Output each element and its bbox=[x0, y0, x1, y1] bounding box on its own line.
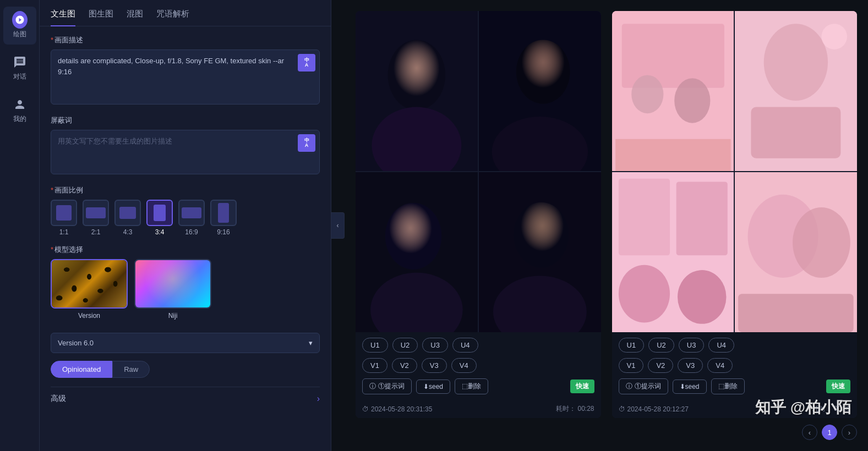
card2-timestamp: ⏱ 2024-05-28 20:12:27 bbox=[619, 405, 689, 413]
card1-v1-button[interactable]: V1 bbox=[362, 358, 387, 373]
model-version-thumb bbox=[51, 259, 128, 309]
model-version[interactable]: Version bbox=[51, 259, 128, 320]
card2-fast-badge: 快速 bbox=[826, 380, 850, 393]
sidebar-item-chat[interactable]: 对话 bbox=[3, 49, 36, 87]
style-opinionated-button[interactable]: Opinionated bbox=[51, 361, 112, 378]
sidebar: 绘图 对话 我的 bbox=[0, 0, 40, 451]
sidebar-item-draw[interactable]: 绘图 bbox=[3, 7, 36, 45]
ratio-grid: 1:1 2:1 4:3 bbox=[51, 200, 320, 236]
draw-icon bbox=[12, 12, 28, 28]
img-cell-2-3 bbox=[612, 172, 734, 332]
left-panel: 文生图 图生图 混图 咒语解析 *画面描述 details are compli… bbox=[40, 0, 331, 451]
pagination: ‹ 1 › bbox=[356, 418, 857, 440]
pagination-next-button[interactable]: › bbox=[842, 425, 857, 440]
card1-fast-badge: 快速 bbox=[570, 380, 594, 393]
card2-duration: 耗时： 00:39 bbox=[812, 404, 850, 414]
card2-v-buttons: V1 V2 V3 V4 bbox=[612, 358, 858, 378]
style-toggle: Opinionated Raw bbox=[51, 361, 320, 378]
prompt-translate-button[interactable]: 中 A bbox=[298, 54, 315, 72]
card1-footer: ⏱ 2024-05-28 20:31:35 耗时： 00:28 bbox=[356, 400, 601, 418]
card1-duration: 耗时： 00:28 bbox=[556, 404, 594, 414]
card1-u1-button[interactable]: U1 bbox=[362, 338, 388, 353]
card2-u1-button[interactable]: U1 bbox=[619, 338, 645, 353]
card1-u-buttons: U1 U2 U3 U4 bbox=[356, 332, 601, 358]
card2-u4-button[interactable]: U4 bbox=[708, 338, 734, 353]
card2-u3-button[interactable]: U3 bbox=[679, 338, 705, 353]
sidebar-item-draw-label: 绘图 bbox=[13, 30, 26, 39]
svg-point-25 bbox=[678, 270, 726, 324]
card1-u2-button[interactable]: U2 bbox=[392, 338, 418, 353]
tab-text2img[interactable]: 文生图 bbox=[51, 9, 75, 26]
version-dropdown[interactable]: Version 6.0 ▾ bbox=[51, 333, 320, 353]
model-niji-name: Niji bbox=[168, 312, 178, 320]
svg-point-20 bbox=[822, 24, 848, 50]
card1-seed-button[interactable]: ⬇seed bbox=[416, 380, 450, 394]
svg-rect-16 bbox=[615, 139, 731, 171]
tab-mix[interactable]: 混图 bbox=[127, 9, 143, 26]
negative-translate-button[interactable]: 中 A bbox=[298, 134, 315, 152]
card2-u-buttons: U1 U2 U3 U4 bbox=[612, 332, 858, 358]
card1-v2-button[interactable]: V2 bbox=[392, 358, 417, 373]
negative-wrapper: 中 A bbox=[51, 130, 320, 177]
model-niji-thumb bbox=[134, 259, 211, 309]
chevron-right-icon: › bbox=[317, 394, 320, 404]
ratio-9-16[interactable]: 9:16 bbox=[210, 200, 237, 236]
card1-u4-button[interactable]: U4 bbox=[452, 338, 478, 353]
card1-v-buttons: V1 V2 V3 V4 bbox=[356, 358, 601, 378]
images-grid: U1 U2 U3 U4 V1 V2 V3 V4 ⓘ ①提示词 ⬇seed bbox=[356, 11, 857, 418]
main-content: U1 U2 U3 U4 V1 V2 V3 V4 ⓘ ①提示词 ⬇seed bbox=[345, 0, 868, 451]
card1-prompt-button[interactable]: ⓘ ①提示词 bbox=[362, 378, 412, 394]
card2-prompt-button[interactable]: ⓘ ①提示词 bbox=[619, 378, 668, 394]
chevron-down-icon: ▾ bbox=[309, 339, 313, 347]
svg-rect-13 bbox=[621, 24, 724, 87]
img-cell-1-1 bbox=[356, 11, 478, 171]
ratio-section: *画面比例 1:1 2:1 bbox=[51, 185, 320, 236]
advanced-row[interactable]: 高级 › bbox=[51, 387, 320, 410]
card2-u2-button[interactable]: U2 bbox=[648, 338, 674, 353]
card2-delete-button[interactable]: ⬚删除 bbox=[711, 378, 745, 394]
negative-label: 屏蔽词 bbox=[51, 116, 320, 125]
advanced-label: 高级 bbox=[51, 394, 66, 404]
sidebar-item-profile[interactable]: 我的 bbox=[3, 91, 36, 129]
version-dropdown-label: Version 6.0 bbox=[58, 339, 94, 347]
ratio-2-1[interactable]: 2:1 bbox=[83, 200, 109, 236]
card1-action-row: ⓘ ①提示词 ⬇seed ⬚删除 快速 bbox=[356, 378, 601, 400]
card2-v1-button[interactable]: V1 bbox=[619, 358, 644, 373]
img-cell-1-2 bbox=[479, 11, 601, 171]
svg-point-28 bbox=[793, 207, 850, 278]
prompt-textarea[interactable]: details are complicated, Close-up, f/1.8… bbox=[51, 50, 320, 105]
style-raw-button[interactable]: Raw bbox=[112, 361, 150, 378]
tab-img2img[interactable]: 图生图 bbox=[89, 9, 113, 26]
ratio-4-3[interactable]: 4:3 bbox=[114, 200, 141, 236]
card1-v4-button[interactable]: V4 bbox=[451, 358, 477, 373]
sidebar-item-profile-label: 我的 bbox=[13, 114, 26, 124]
pagination-prev-button[interactable]: ‹ bbox=[802, 425, 817, 440]
model-section: *模型选择 Version Niji bbox=[51, 245, 320, 320]
ratio-label: *画面比例 bbox=[51, 185, 320, 195]
model-grid: Version Niji bbox=[51, 259, 320, 320]
card2-v3-button[interactable]: V3 bbox=[678, 358, 703, 373]
card2-v4-button[interactable]: V4 bbox=[707, 358, 733, 373]
chat-icon bbox=[12, 54, 28, 70]
card1-delete-button[interactable]: ⬚删除 bbox=[455, 378, 488, 394]
pagination-page1-button[interactable]: 1 bbox=[822, 425, 837, 440]
tab-prompt[interactable]: 咒语解析 bbox=[156, 9, 189, 26]
card2-seed-button[interactable]: ⬇seed bbox=[673, 380, 707, 394]
image-grid-2x2-card2 bbox=[612, 11, 858, 332]
negative-textarea[interactable] bbox=[51, 130, 320, 174]
ratio-3-4[interactable]: 3:4 bbox=[146, 200, 173, 236]
card1-u3-button[interactable]: U3 bbox=[422, 338, 448, 353]
ratio-1-1[interactable]: 1:1 bbox=[51, 200, 77, 236]
card1-v3-button[interactable]: V3 bbox=[422, 358, 447, 373]
collapse-button[interactable]: ‹ bbox=[331, 212, 345, 239]
img-cell-1-4 bbox=[479, 172, 601, 332]
card2-v2-button[interactable]: V2 bbox=[648, 358, 673, 373]
model-niji[interactable]: Niji bbox=[134, 259, 211, 320]
img-cell-2-4 bbox=[735, 172, 857, 332]
svg-point-15 bbox=[674, 78, 710, 123]
svg-point-14 bbox=[631, 75, 663, 113]
image-grid-2x2-card1 bbox=[356, 11, 601, 332]
svg-point-10 bbox=[514, 202, 569, 268]
ratio-16-9[interactable]: 16:9 bbox=[178, 200, 205, 236]
img-cell-2-2 bbox=[735, 11, 857, 171]
